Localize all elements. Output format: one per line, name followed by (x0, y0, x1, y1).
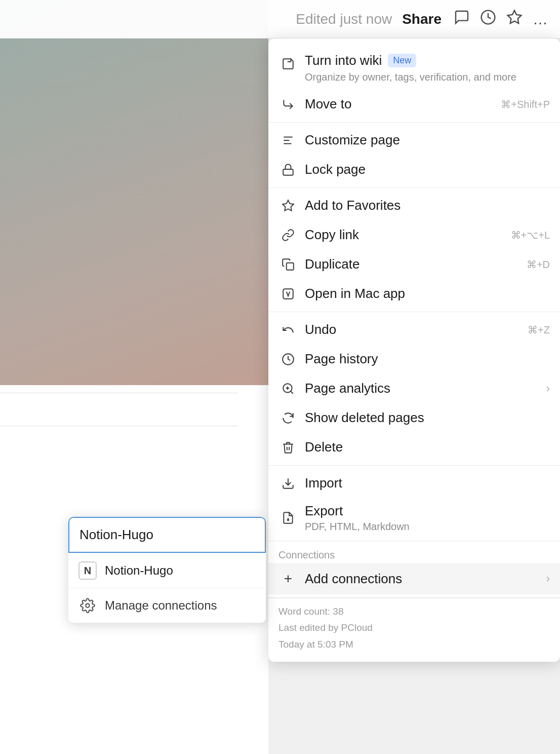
copy-link-shortcut: ⌘+⌥+L (503, 229, 550, 241)
menu-item-duplicate[interactable]: Duplicate ⌘+D (268, 250, 560, 279)
edited-label: Edited just now (296, 11, 392, 27)
divider-line-1 (0, 393, 238, 393)
export-label: Export (305, 503, 550, 519)
duplicate-shortcut: ⌘+D (518, 258, 550, 271)
comment-icon[interactable] (454, 9, 470, 29)
lock-icon (278, 160, 298, 179)
top-bar-icons: … (454, 9, 548, 29)
customize-page-label: Customize page (305, 132, 400, 148)
word-count: Word count: 38 (278, 604, 550, 620)
page-analytics-label: Page analytics (305, 381, 390, 396)
show-deleted-label: Show deleted pages (305, 410, 424, 426)
page-history-label: Page history (305, 351, 378, 367)
analytics-chevron: › (546, 382, 550, 395)
move-to-shortcut: ⌘+Shift+P (493, 98, 550, 110)
import-label: Import (305, 475, 342, 491)
move-to-icon (278, 95, 298, 114)
svg-rect-8 (287, 263, 294, 270)
connection-search-input[interactable] (68, 517, 266, 553)
connections-label: Connections (268, 544, 560, 563)
duplicate-label: Duplicate (305, 256, 359, 272)
wiki-item-content: Turn into wiki New Organize by owner, ta… (305, 53, 550, 84)
add-favorites-icon (278, 196, 298, 215)
menu-item-customize-page[interactable]: Customize page (268, 126, 560, 155)
more-options-icon[interactable]: … (533, 11, 548, 28)
add-connections-chevron: › (546, 572, 550, 585)
svg-point-17 (86, 604, 90, 608)
delete-label: Delete (305, 439, 343, 455)
menu-section-customize: Customize page Lock page (268, 123, 560, 188)
page-analytics-icon (278, 379, 298, 398)
svg-marker-1 (508, 11, 522, 23)
move-to-label: Move to (305, 96, 352, 112)
copy-link-icon (278, 225, 298, 245)
export-icon (278, 508, 298, 527)
menu-item-copy-link[interactable]: Copy link ⌘+⌥+L (268, 220, 560, 250)
menu-item-add-connections[interactable]: + Add connections › (268, 563, 560, 594)
lock-page-label: Lock page (305, 162, 366, 177)
undo-label: Undo (305, 322, 336, 337)
add-connections-icon: + (278, 569, 298, 588)
menu-item-page-history[interactable]: Page history (268, 345, 560, 374)
menu-item-move-to[interactable]: Move to ⌘+Shift+P (268, 90, 560, 119)
copy-link-label: Copy link (305, 227, 359, 243)
edit-timestamp: Today at 5:03 PM (278, 636, 550, 653)
connection-list-item-notion-hugo[interactable]: N Notion-Hugo (68, 553, 266, 588)
menu-item-page-analytics[interactable]: Page analytics › (268, 374, 560, 403)
undo-shortcut: ⌘+Z (519, 324, 550, 336)
page-history-icon (278, 350, 298, 369)
last-edited: Last edited by PCloud (278, 620, 550, 636)
menu-footer: Word count: 38 Last edited by PCloud Tod… (268, 598, 560, 657)
menu-item-import[interactable]: Import (268, 469, 560, 498)
menu-item-open-in-mac[interactable]: Open in Mac app (268, 279, 560, 309)
manage-connections-label: Manage connections (105, 598, 217, 613)
menu-item-delete[interactable]: Delete (268, 433, 560, 462)
menu-section-import-export: Import Export PDF, HTML, Markdown (268, 466, 560, 541)
menu-section-wiki: Turn into wiki New Organize by owner, ta… (268, 44, 560, 123)
show-deleted-icon (278, 408, 298, 428)
menu-item-show-deleted[interactable]: Show deleted pages (268, 403, 560, 433)
history-icon[interactable] (480, 9, 496, 29)
menu-section-history: Undo ⌘+Z Page history Page analy (268, 312, 560, 466)
import-icon (278, 474, 298, 493)
add-connections-label: Add connections (305, 571, 402, 587)
svg-rect-6 (283, 169, 293, 175)
favorite-icon[interactable] (506, 9, 523, 29)
divider-line-2 (0, 426, 238, 426)
svg-line-12 (291, 391, 293, 394)
wiki-icon (278, 54, 298, 73)
connection-popup: N Notion-Hugo Manage connections (68, 517, 266, 623)
connection-name-notion-hugo: Notion-Hugo (105, 563, 173, 578)
wiki-title: Turn into wiki (305, 53, 382, 68)
menu-section-connections: Connections + Add connections › (268, 541, 560, 598)
manage-connections-icon (78, 596, 97, 615)
menu-item-export[interactable]: Export PDF, HTML, Markdown (268, 498, 560, 538)
open-mac-label: Open in Mac app (305, 286, 405, 301)
export-content: Export PDF, HTML, Markdown (305, 503, 550, 533)
menu-item-undo[interactable]: Undo ⌘+Z (268, 315, 560, 345)
top-bar: Edited just now Share … (0, 0, 560, 39)
undo-icon (278, 320, 298, 340)
notion-n-icon: N (78, 561, 97, 580)
menu-section-share: Add to Favorites Copy link ⌘+⌥+L Duplica… (268, 188, 560, 312)
wiki-subtitle: Organize by owner, tags, verification, a… (305, 70, 550, 84)
add-favorites-label: Add to Favorites (305, 198, 401, 213)
menu-item-lock-page[interactable]: Lock page (268, 155, 560, 184)
trash-icon (278, 438, 298, 457)
menu-item-add-to-favorites[interactable]: Add to Favorites (268, 191, 560, 220)
menu-item-turn-into-wiki[interactable]: Turn into wiki New Organize by owner, ta… (268, 47, 560, 90)
new-badge: New (388, 54, 416, 67)
dropdown-menu: Turn into wiki New Organize by owner, ta… (268, 39, 560, 662)
wiki-title-row: Turn into wiki New (305, 53, 550, 68)
notion-mac-icon (278, 284, 298, 304)
customize-icon (278, 131, 298, 150)
duplicate-icon (278, 255, 298, 274)
share-button[interactable]: Share (402, 11, 442, 27)
svg-marker-7 (283, 200, 294, 211)
export-subtitle: PDF, HTML, Markdown (305, 520, 550, 533)
manage-connections-item[interactable]: Manage connections (68, 588, 266, 623)
